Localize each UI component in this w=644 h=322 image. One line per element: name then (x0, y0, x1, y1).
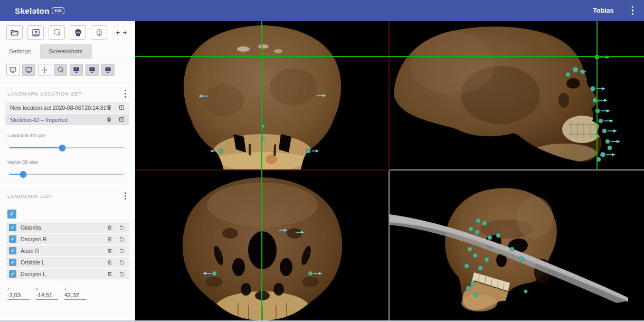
viewport-grid (135, 21, 644, 320)
skull-profile-icon (56, 66, 64, 74)
viewport-divider-vertical-top (389, 21, 390, 170)
open-folder-button[interactable] (6, 25, 23, 40)
face-mesh-icon (94, 28, 104, 37)
delete-icon[interactable] (106, 104, 112, 111)
kebab-menu-icon[interactable] (632, 5, 634, 16)
export-icon[interactable] (118, 116, 125, 123)
skull-perspective-render (390, 170, 644, 320)
location-set-title: LANDMARK LOCATION SET (7, 91, 82, 97)
rotate-3d-button[interactable] (38, 64, 51, 76)
landmark-row[interactable]: Orbitale L (6, 257, 129, 268)
landmark-checkbox[interactable] (9, 270, 16, 278)
landmark-row[interactable]: Dacryon L (6, 269, 129, 279)
monitor-view-3-icon (104, 66, 112, 74)
logo-id-badge: ID (52, 7, 64, 14)
delete-icon[interactable] (107, 259, 113, 266)
face-mesh-button[interactable] (91, 25, 107, 40)
delete-icon[interactable] (106, 116, 112, 123)
landmark-checkbox[interactable] (9, 247, 16, 254)
viewport-posterior[interactable] (135, 21, 390, 170)
monitor-view-2-button[interactable] (86, 64, 99, 76)
skull-lateral-render (390, 21, 644, 170)
app-window: Skelǝton ID Tobias (0, 0, 644, 322)
monitor-multi-landmark-button[interactable] (22, 64, 35, 76)
location-set-item[interactable]: Skeleton-ID – Imported (5, 114, 129, 125)
kebab-menu-icon[interactable] (125, 191, 126, 200)
viewport-divider-horizontal-right (390, 169, 644, 171)
location-set-header: LANDMARK LOCATION SET (0, 82, 135, 102)
sidebar-tabs: Settings Screenshots (0, 44, 135, 59)
logo-text: Skelǝton (15, 6, 50, 15)
viewport-lateral[interactable] (390, 21, 644, 170)
landmark-row[interactable]: Alare R (6, 245, 129, 256)
monitor-view-1-icon (72, 66, 80, 74)
landmark-checkbox[interactable] (9, 224, 16, 231)
delete-icon[interactable] (107, 236, 113, 242)
rotate-3d-icon (41, 66, 49, 74)
slider-thumb[interactable] (59, 145, 65, 151)
z-label: z (64, 286, 87, 291)
reset-icon[interactable] (119, 224, 125, 231)
monitor-single-landmark-button[interactable] (6, 64, 20, 76)
reset-icon[interactable] (119, 259, 125, 266)
delete-icon[interactable] (107, 248, 113, 254)
viewport-perspective[interactable] (390, 170, 644, 320)
skull-profile-button[interactable] (54, 64, 67, 76)
reset-icon[interactable] (119, 248, 125, 254)
landmark-size-slider[interactable] (10, 144, 124, 151)
kebab-menu-icon[interactable] (125, 89, 126, 98)
z-coordinate-field[interactable] (64, 291, 87, 300)
export-icon[interactable] (118, 104, 125, 111)
delete-icon[interactable] (107, 224, 113, 231)
monitor-view-2-icon (88, 66, 96, 74)
x-label: x (7, 286, 30, 291)
main-toolbar (0, 21, 135, 40)
crosshair-vertical-right (596, 21, 598, 170)
expand-horizontal-icon (116, 29, 127, 36)
reset-icon[interactable] (119, 271, 125, 277)
landmark-row[interactable]: Glabella (6, 222, 129, 233)
skull-lateral-icon (52, 28, 62, 37)
landmark-list-header: LANDMARK LIST (0, 184, 135, 204)
coordinate-inputs: x y z (0, 280, 135, 300)
user-name[interactable]: Tobias (593, 7, 613, 14)
delete-icon[interactable] (107, 271, 113, 277)
skull-posterior-render (135, 21, 390, 170)
landmark-checkbox[interactable] (9, 235, 16, 243)
monitor-multi-landmark-icon (25, 66, 33, 74)
monitor-view-1-button[interactable] (70, 64, 83, 76)
slider-thumb[interactable] (20, 171, 27, 178)
monitor-single-landmark-icon (9, 66, 17, 74)
vector-size-slider[interactable] (10, 171, 124, 178)
app-logo: Skelǝton ID (15, 6, 64, 15)
viewport-inferior[interactable] (135, 170, 390, 320)
top-bar: Skelǝton ID Tobias (0, 0, 644, 21)
sidebar: Settings Screenshots (0, 21, 135, 320)
viewport-divider-vertical-bottom (389, 170, 390, 320)
skull-frontal-button[interactable] (70, 25, 86, 40)
crosshair-vertical-left (261, 21, 262, 320)
landmark-checkbox[interactable] (9, 259, 16, 266)
skull-inferior-render (135, 170, 390, 320)
landmark-list-title: LANDMARK LIST (7, 193, 53, 199)
tab-screenshots[interactable]: Screenshots (40, 44, 92, 59)
skull-lateral-button[interactable] (49, 25, 65, 40)
reset-icon[interactable] (119, 236, 125, 242)
slider-track[interactable] (10, 174, 124, 175)
vector-size-label: Vector 3D size (0, 153, 135, 166)
y-coordinate-field[interactable] (36, 291, 58, 300)
view-mode-toolbar (0, 59, 135, 76)
monitor-view-3-button[interactable] (101, 64, 115, 76)
x-coordinate-field[interactable] (7, 291, 30, 300)
landmark-row[interactable]: Dacryon R (6, 234, 129, 244)
expand-sidebar-button[interactable] (116, 29, 127, 36)
skull-frontal-icon (73, 28, 83, 37)
portrait-photo-button[interactable] (27, 25, 44, 40)
tab-settings[interactable]: Settings (0, 44, 40, 59)
crosshair-horizontal-top (135, 56, 644, 57)
location-set-item[interactable]: New location set 2020-08-06T20:14:31.639… (5, 102, 129, 113)
select-all-checkbox[interactable] (7, 210, 16, 219)
viewport-divider-horizontal-left (135, 169, 390, 171)
y-label: y (36, 286, 58, 291)
open-folder-icon (10, 28, 20, 37)
